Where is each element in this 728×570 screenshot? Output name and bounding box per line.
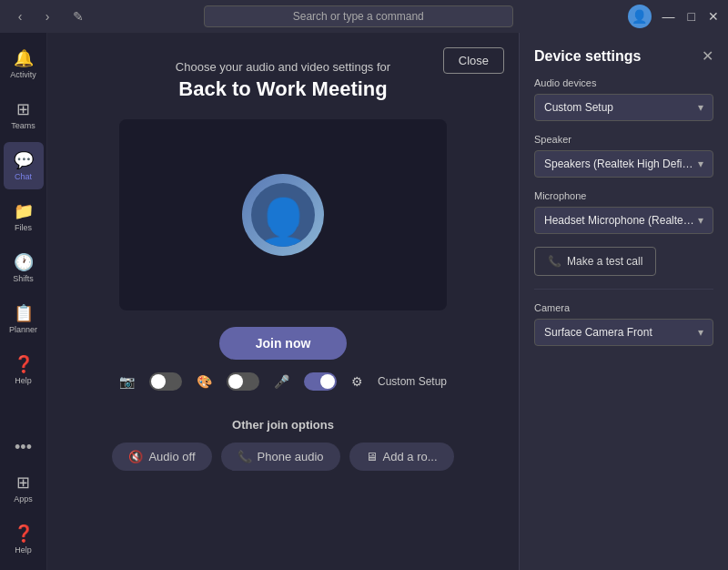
chat-icon: 💬 [14,150,34,170]
phone-test-icon: 📞 [548,255,561,268]
content-area: Close Choose your audio and video settin… [47,33,728,570]
sidebar-item-help-label: Help [15,376,32,385]
device-panel-header: Device settings ✕ [534,47,713,65]
meeting-panel: Close Choose your audio and video settin… [47,33,519,570]
custom-setup-label: Custom Setup [378,375,447,388]
apps-icon: ⊞ [16,473,30,493]
sidebar-item-files-label: Files [15,223,32,232]
audio-device-dropdown[interactable]: Custom Setup ▾ [534,94,713,121]
phone-audio-icon: 📞 [238,450,252,463]
sidebar-item-help2[interactable]: ❓ Help [4,515,44,563]
other-join-label: Other join options [232,418,334,432]
microphone-label: Microphone [534,190,713,201]
camera-value: Surface Camera Front [544,326,652,339]
close-window-button[interactable]: ✕ [708,9,719,24]
close-button[interactable]: Close [443,47,504,74]
join-options: 🔇 Audio off 📞 Phone audio 🖥 Add a ro... [112,443,453,471]
add-room-button[interactable]: 🖥 Add a ro... [349,443,454,471]
speaker-value: Speakers (Realtek High Definition Au... [544,158,698,170]
join-now-button[interactable]: Join now [219,327,348,360]
minimize-button[interactable]: — [662,9,675,24]
titlebar-right: 👤 — □ ✕ [628,5,719,28]
audio-devices-section: Audio devices Custom Setup ▾ [534,77,713,121]
search-bar[interactable]: Search or type a command [204,5,513,27]
files-icon: 📁 [14,201,34,221]
audio-device-chevron-icon: ▾ [698,101,703,114]
user-avatar[interactable]: 👤 [628,5,652,28]
effects-toggle[interactable] [227,372,259,391]
sidebar: 🔔 Activity ⊞ Teams 💬 Chat 📁 Files 🕐 Shif… [0,33,47,570]
sidebar-item-shifts-label: Shifts [13,274,34,283]
search-placeholder: Search or type a command [293,10,424,23]
divider [534,289,713,290]
camera-toggle-knob [151,374,166,389]
more-options[interactable]: ••• [15,438,32,457]
meeting-title: Back to Work Meeting [178,77,387,101]
edit-icon[interactable]: ✎ [67,5,89,27]
add-room-label: Add a ro... [383,450,438,463]
effects-toggle-knob [228,374,243,389]
titlebar-left: ‹ › ✎ [9,5,89,27]
effects-icon: 🎨 [197,374,212,389]
planner-icon: 📋 [14,303,34,323]
microphone-chevron-icon: ▾ [698,214,703,227]
speaker-label: Speaker [534,134,713,145]
microphone-value: Headset Microphone (Realtek High D... [544,214,698,227]
microphone-section: Microphone Headset Microphone (Realtek H… [534,190,713,234]
audio-off-icon: 🔇 [128,450,143,463]
titlebar: ‹ › ✎ Search or type a command 👤 — □ ✕ [0,0,728,33]
phone-audio-button[interactable]: 📞 Phone audio [221,443,340,471]
sidebar-item-chat[interactable]: 💬 Chat [4,142,44,189]
teams-icon: ⊞ [16,99,30,119]
sidebar-item-files[interactable]: 📁 Files [4,193,44,240]
video-preview: 👤 [119,119,447,310]
mic-toggle-knob [320,374,335,389]
sidebar-item-activity-label: Activity [10,70,36,79]
make-test-call-button[interactable]: 📞 Make a test call [534,247,656,276]
camera-section: Camera Surface Camera Front ▾ [534,302,713,346]
maximize-button[interactable]: □ [688,9,695,24]
audio-device-value: Custom Setup [544,101,613,114]
device-panel-title: Device settings [534,48,641,65]
speaker-chevron-icon: ▾ [698,158,703,170]
camera-off-icon: 📷 [119,374,135,389]
mic-toggle[interactable] [304,372,337,391]
camera-dropdown[interactable]: Surface Camera Front ▾ [534,319,713,346]
sidebar-item-chat-label: Chat [15,172,32,181]
controls-row: 📷 🎨 🎤 ⚙ Custom Setup [119,372,447,391]
sidebar-item-apps[interactable]: ⊞ Apps [4,464,44,512]
activity-icon: 🔔 [14,48,34,68]
user-avatar-preview: 👤 [242,174,324,256]
camera-label: Camera [534,302,713,313]
test-call-label: Make a test call [567,255,642,268]
sidebar-item-planner-label: Planner [9,325,37,334]
audio-off-button[interactable]: 🔇 Audio off [112,443,211,471]
audio-devices-label: Audio devices [534,77,713,88]
sidebar-item-activity[interactable]: 🔔 Activity [4,40,44,87]
help2-icon: ❓ [14,524,34,544]
window-controls: — □ ✕ [662,9,719,24]
device-panel-close-button[interactable]: ✕ [702,47,713,65]
nav-buttons: ‹ › [9,5,58,27]
phone-audio-label: Phone audio [258,450,324,463]
nav-forward-button[interactable]: › [36,5,58,27]
sidebar-item-teams-label: Teams [11,121,35,130]
shifts-icon: 🕐 [14,252,34,272]
speaker-dropdown[interactable]: Speakers (Realtek High Definition Au... … [534,150,713,178]
camera-toggle[interactable] [149,372,182,391]
nav-back-button[interactable]: ‹ [9,5,31,27]
audio-off-label: Audio off [148,450,195,463]
sidebar-item-shifts[interactable]: 🕐 Shifts [4,244,44,291]
sidebar-item-planner[interactable]: 📋 Planner [4,295,44,342]
camera-chevron-icon: ▾ [698,326,703,339]
settings-icon: ⚙ [351,374,363,389]
meeting-subtitle: Choose your audio and video settings for [176,60,390,74]
sidebar-item-apps-label: Apps [14,494,33,504]
help-icon: ❓ [14,354,34,374]
speaker-section: Speaker Speakers (Realtek High Definitio… [534,134,713,178]
main-layout: 🔔 Activity ⊞ Teams 💬 Chat 📁 Files 🕐 Shif… [0,33,728,570]
sidebar-item-teams[interactable]: ⊞ Teams [4,91,44,138]
sidebar-item-help[interactable]: ❓ Help [4,346,44,393]
microphone-dropdown[interactable]: Headset Microphone (Realtek High D... ▾ [534,207,713,234]
add-room-icon: 🖥 [366,450,378,463]
